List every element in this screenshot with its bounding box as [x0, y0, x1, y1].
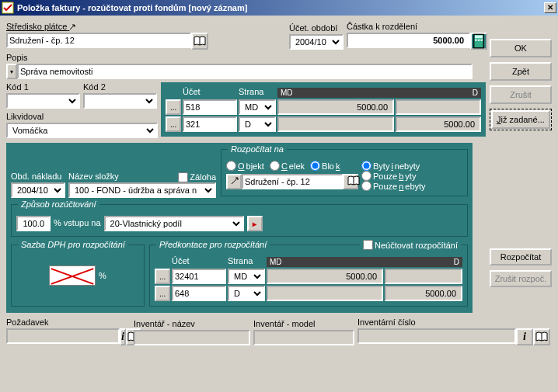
zrusit-rozpoc-button[interactable]: Zrušit rozpoč. [490, 270, 552, 287]
inv-cislo-label: Inventární číslo [357, 317, 550, 327]
acct-row2-lookup[interactable]: ... [166, 116, 181, 132]
kod2-label: Kód 2 [83, 82, 157, 92]
target-link-button[interactable] [226, 174, 242, 189]
acct-row1-strana[interactable]: MD [239, 99, 276, 115]
acct-row1-d [396, 99, 481, 115]
pred-row1-strana[interactable]: MD [228, 269, 265, 284]
target-lookup-button[interactable] [343, 174, 358, 189]
svg-rect-4 [475, 40, 477, 42]
calc-button[interactable] [470, 33, 487, 50]
stredisko-input[interactable] [6, 33, 191, 48]
ucet-obdobi-select[interactable]: 2004/10 [289, 34, 344, 50]
neuctovat-checkbox[interactable] [363, 240, 373, 250]
predkontace-fieldset: Předkontace pro rozpočítání Neúčtovat ro… [149, 245, 468, 307]
app-icon [2, 2, 14, 14]
sazba-fieldset: Sazba DPH pro rozpočítání % [11, 245, 145, 307]
pred-row2-ucet[interactable] [172, 286, 226, 301]
obd-nakladu-label: Obd. nákladu [11, 172, 65, 181]
titlebar: Položka faktury - rozúčtovat proti fondů… [0, 0, 558, 16]
stredisko-label: Středisko plátce [6, 22, 208, 31]
pozadavek-input[interactable] [6, 328, 120, 344]
radio-pouze-nebyty[interactable]: Pouze nebyty [361, 181, 426, 191]
inv-cislo-input[interactable] [357, 328, 516, 344]
kod1-label: Kód 1 [6, 82, 80, 92]
metoda-go-button[interactable]: ▸ [247, 216, 263, 231]
zaloha-checkbox-label[interactable]: Záloha [178, 172, 216, 182]
castka-input[interactable] [347, 33, 470, 48]
sazba-crossed [49, 265, 96, 286]
ok-button[interactable]: OK [490, 39, 552, 57]
close-button[interactable]: ✕ [544, 2, 556, 13]
md-d-header: MD D [277, 88, 481, 98]
pred-row2-md [267, 286, 383, 301]
svg-rect-6 [481, 40, 483, 42]
nazev-slozky-label: Název složky [68, 172, 119, 181]
pred-row2-lookup[interactable]: ... [155, 286, 170, 301]
acct-row1-lookup[interactable]: ... [166, 99, 181, 115]
likvidoval-label: Likvidoval [6, 112, 158, 121]
zaloha-checkbox[interactable] [178, 172, 188, 182]
radio-celek[interactable]: Celek [270, 161, 305, 171]
obd-nakladu-select[interactable]: 2004/10 [11, 182, 65, 198]
pozadavek-label: Požadavek [6, 317, 131, 327]
pred-row1-md [267, 269, 383, 284]
jiz-zadane-button[interactable]: Již zadané... [491, 110, 550, 129]
inv-info-button[interactable]: i [516, 328, 533, 345]
rozpocitat-button[interactable]: Rozpočítat [490, 248, 552, 265]
pred-row2-d [385, 286, 462, 301]
window-title: Položka faktury - rozúčtovat proti fondů… [17, 3, 247, 12]
acct-row2-ucet[interactable] [183, 116, 237, 132]
ucet-obdobi-label: Účet. období [289, 23, 344, 33]
pred-row1-d [385, 269, 462, 284]
kod2-select[interactable] [83, 93, 157, 109]
acct-row1-md [277, 99, 394, 115]
info-icon: i [523, 331, 526, 343]
svg-rect-5 [478, 40, 480, 42]
info-icon: i [121, 331, 124, 343]
svg-rect-3 [475, 36, 483, 39]
inv-nazev-label: Inventář - název [134, 319, 250, 328]
acct-row2-strana[interactable]: D [239, 116, 276, 132]
sazba-pct-label: % [99, 271, 106, 280]
pred-row1-ucet[interactable] [172, 269, 226, 284]
acct-row1-ucet[interactable] [183, 99, 237, 115]
zpet-button[interactable]: Zpět [490, 62, 552, 81]
pct-label: % vstupu na [54, 218, 101, 227]
inv-book-button[interactable] [533, 328, 550, 345]
radio-byty-nebyty[interactable]: Byty i nebyty [361, 161, 426, 171]
acct-row2-md [277, 116, 394, 132]
zpusob-fieldset: Způsob rozúčtování % vstupu na 20-Vlastn… [11, 204, 468, 237]
pred-row1-lookup[interactable]: ... [155, 269, 170, 284]
popis-label: Popis [6, 53, 473, 62]
likvidoval-select[interactable]: Vomáčka [6, 123, 158, 138]
rozpocitat-na-fieldset: Rozpočítat na Objekt Celek Blok [221, 149, 468, 196]
kod1-select[interactable] [6, 93, 80, 109]
inv-nazev-input[interactable] [134, 330, 250, 345]
target-input[interactable] [242, 174, 343, 189]
metoda-select[interactable]: 20-Vlastnický podíl [104, 216, 244, 231]
inv-model-label: Inventář - model [253, 319, 354, 328]
radio-objekt[interactable]: Objekt [226, 161, 264, 171]
right-button-panel: OK Zpět Zrušit Již zadané... [490, 39, 552, 130]
neuctovat-checkbox-label[interactable]: Neúčtovat rozpočítání [360, 240, 461, 250]
popis-input[interactable] [17, 64, 473, 79]
strana-header: Strana [239, 87, 276, 96]
acct-row2-d [396, 116, 481, 132]
inv-model-input[interactable] [253, 330, 354, 345]
pct-input[interactable] [16, 216, 51, 231]
pozadavek-info-button[interactable]: i [120, 328, 126, 345]
pred-row2-strana[interactable]: D [228, 286, 265, 301]
radio-blok[interactable]: Blok [310, 161, 340, 171]
radio-pouze-byty[interactable]: Pouze byty [361, 171, 426, 181]
stredisko-lookup-button[interactable] [191, 33, 208, 50]
popis-dropdown-button[interactable]: ▾ [6, 64, 17, 79]
zrusit-button[interactable]: Zrušit [490, 85, 552, 104]
nazev-slozky-select[interactable]: 100 - FOND - údržba a správa n [68, 182, 216, 198]
castka-label: Částka k rozdělení [347, 22, 432, 31]
ucet-header: Účet [183, 87, 237, 96]
